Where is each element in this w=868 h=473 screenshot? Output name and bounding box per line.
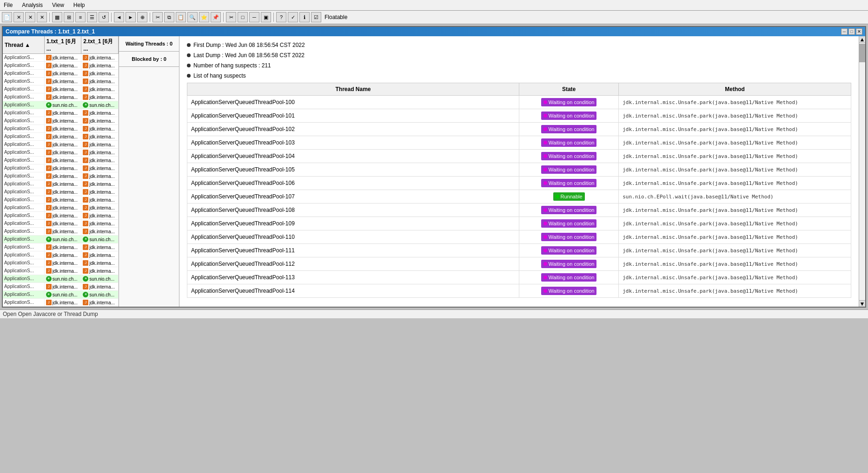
toolbar-btn-list[interactable]: ☰	[87, 12, 97, 22]
toolbar-btn-pin[interactable]: 📌	[211, 12, 221, 22]
toolbar-btn-paste[interactable]: 📋	[176, 12, 186, 22]
table-row[interactable]: ApplicationServerQueuedThreadPool-109 Wa…	[187, 217, 851, 230]
thread-list-row[interactable]: ApplicationS... Jjdk.interna... Jjdk.int…	[3, 267, 119, 275]
table-row[interactable]: ApplicationServerQueuedThreadPool-108 Wa…	[187, 204, 851, 217]
toolbar-btn-check[interactable]: ✓	[288, 12, 298, 22]
toolbar-btn-stack[interactable]: ≡	[75, 12, 86, 22]
toolbar-btn-checkbox[interactable]: ☑	[311, 12, 321, 22]
thread-list-row[interactable]: ApplicationS... Jjdk.interna... Jjdk.int…	[3, 228, 119, 236]
thread-list-row[interactable]: ApplicationS... Jjdk.interna... Jjdk.int…	[3, 172, 119, 180]
scroll-thumb[interactable]	[859, 44, 865, 62]
thread-list-row[interactable]: ApplicationS... Jjdk.interna... Jjdk.int…	[3, 109, 119, 117]
waiting-section: Waiting Threads : 0	[119, 36, 179, 52]
thread-list-row[interactable]: ApplicationS... ☀sun.nio.ch... ☀sun.nio.…	[3, 275, 119, 283]
toolbar-btn-forward[interactable]: ►	[126, 12, 136, 22]
thread-list-row[interactable]: ApplicationS... Jjdk.interna... Jjdk.int…	[3, 70, 119, 78]
col-header-dump1[interactable]: 1.txt_1 [6月 ...	[45, 36, 82, 53]
table-row[interactable]: ApplicationServerQueuedThreadPool-111 Wa…	[187, 244, 851, 257]
thread-list-row[interactable]: ApplicationS... Jjdk.interna... Jjdk.int…	[3, 196, 119, 204]
thread-list-row[interactable]: ApplicationS... Jjdk.interna... Jjdk.int…	[3, 141, 119, 149]
table-row[interactable]: ApplicationServerQueuedThreadPool-112 Wa…	[187, 257, 851, 271]
toolbar-btn-scissors[interactable]: ✂	[226, 12, 236, 22]
toolbar-btn-add[interactable]: ⊕	[137, 12, 147, 22]
blocked-section: Blocked by : 0	[119, 52, 179, 67]
toolbar-btn-refresh[interactable]: ↺	[99, 12, 109, 22]
thread-list-row[interactable]: ApplicationS... Jjdk.interna... Jjdk.int…	[3, 220, 119, 228]
thread-list[interactable]: ApplicationS... Jjdk.interna... Jjdk.int…	[3, 54, 119, 307]
toolbar-btn-copy[interactable]: ⧉	[164, 12, 174, 22]
table-header-row: Thread Name State Method	[187, 83, 851, 96]
toolbar-close2-btn[interactable]: ✕	[25, 12, 35, 22]
menu-analysis[interactable]: Analysis	[20, 1, 45, 9]
table-row[interactable]: ApplicationServerQueuedThreadPool-113 Wa…	[187, 271, 851, 284]
thread-list-row[interactable]: ApplicationS... Jjdk.interna... Jjdk.int…	[3, 251, 119, 259]
toolbar-close1-btn[interactable]: ✕	[13, 12, 24, 22]
menu-view[interactable]: View	[50, 1, 66, 9]
toolbar-btn-cut[interactable]: ✂	[152, 12, 163, 22]
table-row[interactable]: ApplicationServerQueuedThreadPool-103 Wa…	[187, 136, 851, 150]
thread-cell-name: ApplicationS...	[3, 275, 45, 282]
toolbar-btn-help[interactable]: ?	[276, 12, 286, 22]
table-row[interactable]: ApplicationServerQueuedThreadPool-114 Wa…	[187, 284, 851, 298]
thread-list-row[interactable]: ApplicationS... Jjdk.interna... Jjdk.int…	[3, 212, 119, 220]
thread-list-row[interactable]: ApplicationS... Jjdk.interna... Jjdk.int…	[3, 204, 119, 212]
toolbar-btn-grid[interactable]: ▦	[52, 12, 62, 22]
scroll-down-btn[interactable]: ▼	[859, 300, 865, 307]
thread-name-cell: ApplicationServerQueuedThreadPool-112	[187, 257, 519, 271]
thread-cell-d1: Jjdk.interna...	[45, 283, 82, 290]
thread-list-row[interactable]: ApplicationS... ☀sun.nio.ch... ☀sun.nio.…	[3, 291, 119, 299]
thread-list-row[interactable]: ApplicationS... Jjdk.interna... Jjdk.int…	[3, 283, 119, 291]
thread-list-row[interactable]: ApplicationS... Jjdk.interna... Jjdk.int…	[3, 259, 119, 267]
window-minimize-btn[interactable]: ─	[841, 28, 848, 35]
thread-list-row[interactable]: ApplicationS... ☀sun.nio.ch... ☀sun.nio.…	[3, 101, 119, 109]
thread-list-row[interactable]: ApplicationS... Jjdk.interna... Jjdk.int…	[3, 180, 119, 188]
thread-list-row[interactable]: ApplicationS... Jjdk.interna... Jjdk.int…	[3, 157, 119, 164]
method-cell: jdk.internal.misc.Unsafe.park(java.base@…	[619, 136, 851, 150]
table-row[interactable]: ApplicationServerQueuedThreadPool-101 Wa…	[187, 109, 851, 123]
right-scrollbar[interactable]: ▲ ▼	[859, 36, 865, 307]
toolbar-btn-table[interactable]: ⊞	[64, 12, 74, 22]
scroll-up-btn[interactable]: ▲	[859, 36, 865, 43]
thread-list-row[interactable]: ApplicationS... Jjdk.interna... Jjdk.int…	[3, 164, 119, 172]
thread-list-row[interactable]: ApplicationS... Jjdk.interna... Jjdk.int…	[3, 62, 119, 70]
toolbar-close3-btn[interactable]: ✕	[37, 12, 47, 22]
thread-list-row[interactable]: ApplicationS... Jjdk.interna... Jjdk.int…	[3, 299, 119, 307]
thread-list-row[interactable]: ApplicationS... Jjdk.interna... Jjdk.int…	[3, 78, 119, 85]
table-row[interactable]: ApplicationServerQueuedThreadPool-100 Wa…	[187, 96, 851, 109]
toolbar-btn-minus[interactable]: ─	[249, 12, 259, 22]
thread-cell-name: ApplicationS...	[3, 70, 45, 77]
thread-cell-d2: Jjdk.interna...	[81, 54, 119, 61]
col-header-thread[interactable]: Thread ▲	[3, 36, 45, 53]
toolbar-btn-star[interactable]: ⭐	[199, 12, 209, 22]
menu-help[interactable]: Help	[72, 1, 87, 9]
thread-list-row[interactable]: ApplicationS... Jjdk.interna... Jjdk.int…	[3, 93, 119, 101]
col-header-dump2[interactable]: 2.txt_1 [6月 ...	[81, 36, 119, 53]
scroll-track[interactable]	[859, 43, 865, 300]
menu-file[interactable]: File	[2, 1, 14, 9]
thread-list-row[interactable]: ApplicationS... Jjdk.interna... Jjdk.int…	[3, 149, 119, 157]
toolbar-btn-search[interactable]: 🔍	[187, 12, 198, 22]
table-row[interactable]: ApplicationServerQueuedThreadPool-105 Wa…	[187, 163, 851, 177]
table-row[interactable]: ApplicationServerQueuedThreadPool-102 Wa…	[187, 123, 851, 136]
thread-list-row[interactable]: ApplicationS... Jjdk.interna... Jjdk.int…	[3, 125, 119, 133]
thread-list-row[interactable]: ApplicationS... Jjdk.interna... Jjdk.int…	[3, 188, 119, 196]
method-cell: jdk.internal.misc.Unsafe.park(java.base@…	[619, 177, 851, 190]
window-close-btn[interactable]: ✕	[856, 28, 862, 35]
toolbar-new-btn[interactable]: 📄	[2, 12, 12, 22]
table-row[interactable]: ApplicationServerQueuedThreadPool-104 Wa…	[187, 150, 851, 163]
table-row[interactable]: ApplicationServerQueuedThreadPool-106 Wa…	[187, 177, 851, 190]
toolbar-btn-info[interactable]: ℹ	[299, 12, 310, 22]
thread-list-row[interactable]: ApplicationS... Jjdk.interna... Jjdk.int…	[3, 54, 119, 62]
window-maximize-btn[interactable]: □	[848, 28, 855, 35]
toolbar-btn-back[interactable]: ◄	[114, 12, 124, 22]
thread-list-row[interactable]: ApplicationS... Jjdk.interna... Jjdk.int…	[3, 117, 119, 125]
thread-list-row[interactable]: ApplicationS... ☀sun.nio.ch... ☀sun.nio.…	[3, 236, 119, 243]
thread-list-row[interactable]: ApplicationS... Jjdk.interna... Jjdk.int…	[3, 133, 119, 141]
thread-list-row[interactable]: ApplicationS... Jjdk.interna... Jjdk.int…	[3, 85, 119, 93]
table-row[interactable]: ApplicationServerQueuedThreadPool-110 Wa…	[187, 230, 851, 244]
table-row[interactable]: ApplicationServerQueuedThreadPool-107 Ru…	[187, 190, 851, 204]
method-cell: jdk.internal.misc.Unsafe.park(java.base@…	[619, 163, 851, 177]
toolbar-btn-panel[interactable]: ▣	[261, 12, 271, 22]
toolbar-btn-square[interactable]: □	[238, 12, 248, 22]
thread-list-row[interactable]: ApplicationS... Jjdk.interna... Jjdk.int…	[3, 243, 119, 251]
